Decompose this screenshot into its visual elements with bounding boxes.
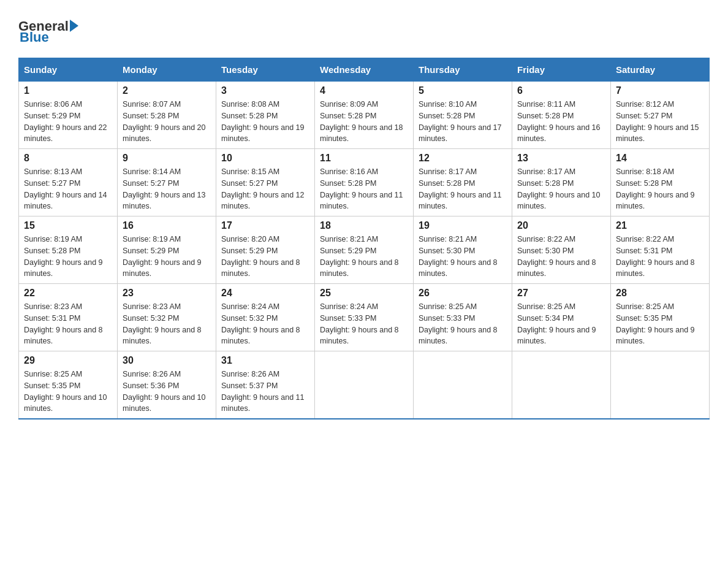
- day-info: Sunrise: 8:25 AM Sunset: 5:35 PM Dayligh…: [24, 369, 112, 415]
- day-number: 2: [123, 85, 211, 96]
- day-number: 30: [123, 355, 211, 366]
- calendar-cell: 31 Sunrise: 8:26 AM Sunset: 5:37 PM Dayl…: [216, 351, 315, 419]
- day-number: 8: [24, 153, 112, 164]
- day-number: 25: [320, 288, 408, 299]
- day-number: 20: [517, 220, 605, 231]
- calendar-header-row: SundayMondayTuesdayWednesdayThursdayFrid…: [19, 58, 710, 82]
- day-info: Sunrise: 8:12 AM Sunset: 5:27 PM Dayligh…: [616, 99, 704, 145]
- day-info: Sunrise: 8:21 AM Sunset: 5:30 PM Dayligh…: [419, 234, 507, 280]
- day-number: 23: [123, 288, 211, 299]
- day-info: Sunrise: 8:25 AM Sunset: 5:34 PM Dayligh…: [517, 301, 605, 347]
- day-info: Sunrise: 8:23 AM Sunset: 5:32 PM Dayligh…: [123, 301, 211, 347]
- calendar-cell: 22 Sunrise: 8:23 AM Sunset: 5:31 PM Dayl…: [19, 284, 118, 351]
- day-info: Sunrise: 8:17 AM Sunset: 5:28 PM Dayligh…: [517, 166, 605, 212]
- calendar-cell: 23 Sunrise: 8:23 AM Sunset: 5:32 PM Dayl…: [118, 284, 216, 351]
- day-info: Sunrise: 8:09 AM Sunset: 5:28 PM Dayligh…: [320, 99, 408, 145]
- day-number: 14: [616, 153, 704, 164]
- day-number: 4: [320, 85, 408, 96]
- day-info: Sunrise: 8:07 AM Sunset: 5:28 PM Dayligh…: [123, 99, 211, 145]
- calendar-cell: 17 Sunrise: 8:20 AM Sunset: 5:29 PM Dayl…: [216, 216, 315, 284]
- day-info: Sunrise: 8:22 AM Sunset: 5:30 PM Dayligh…: [517, 234, 605, 280]
- calendar-cell: 20 Sunrise: 8:22 AM Sunset: 5:30 PM Dayl…: [512, 216, 611, 284]
- column-header-thursday: Thursday: [414, 58, 512, 82]
- calendar-cell: 6 Sunrise: 8:11 AM Sunset: 5:28 PM Dayli…: [512, 82, 611, 149]
- calendar-cell: 5 Sunrise: 8:10 AM Sunset: 5:28 PM Dayli…: [414, 82, 512, 149]
- week-row-5: 29 Sunrise: 8:25 AM Sunset: 5:35 PM Dayl…: [19, 351, 710, 419]
- calendar-cell: 3 Sunrise: 8:08 AM Sunset: 5:28 PM Dayli…: [216, 82, 315, 149]
- calendar-cell: 7 Sunrise: 8:12 AM Sunset: 5:27 PM Dayli…: [611, 82, 710, 149]
- day-number: 16: [123, 220, 211, 231]
- day-number: 6: [517, 85, 605, 96]
- calendar-cell: 1 Sunrise: 8:06 AM Sunset: 5:29 PM Dayli…: [19, 82, 118, 149]
- calendar-cell: 4 Sunrise: 8:09 AM Sunset: 5:28 PM Dayli…: [315, 82, 414, 149]
- day-info: Sunrise: 8:19 AM Sunset: 5:29 PM Dayligh…: [123, 234, 211, 280]
- day-number: 29: [24, 355, 112, 366]
- calendar-cell: 21 Sunrise: 8:22 AM Sunset: 5:31 PM Dayl…: [611, 216, 710, 284]
- day-info: Sunrise: 8:23 AM Sunset: 5:31 PM Dayligh…: [24, 301, 112, 347]
- day-number: 11: [320, 153, 408, 164]
- calendar-cell: 25 Sunrise: 8:24 AM Sunset: 5:33 PM Dayl…: [315, 284, 414, 351]
- column-header-sunday: Sunday: [19, 58, 118, 82]
- week-row-4: 22 Sunrise: 8:23 AM Sunset: 5:31 PM Dayl…: [19, 284, 710, 351]
- calendar-cell: [315, 351, 414, 419]
- week-row-2: 8 Sunrise: 8:13 AM Sunset: 5:27 PM Dayli…: [19, 149, 710, 216]
- column-header-tuesday: Tuesday: [216, 58, 315, 82]
- day-number: 22: [24, 288, 112, 299]
- column-header-friday: Friday: [512, 58, 611, 82]
- day-number: 24: [221, 288, 309, 299]
- day-number: 27: [517, 288, 605, 299]
- day-number: 10: [221, 153, 309, 164]
- calendar-cell: 19 Sunrise: 8:21 AM Sunset: 5:30 PM Dayl…: [414, 216, 512, 284]
- calendar-cell: 27 Sunrise: 8:25 AM Sunset: 5:34 PM Dayl…: [512, 284, 611, 351]
- calendar-body: 1 Sunrise: 8:06 AM Sunset: 5:29 PM Dayli…: [19, 82, 710, 419]
- day-info: Sunrise: 8:19 AM Sunset: 5:28 PM Dayligh…: [24, 234, 112, 280]
- day-number: 15: [24, 220, 112, 231]
- calendar-cell: 30 Sunrise: 8:26 AM Sunset: 5:36 PM Dayl…: [118, 351, 216, 419]
- day-number: 19: [419, 220, 507, 231]
- calendar-cell: 15 Sunrise: 8:19 AM Sunset: 5:28 PM Dayl…: [19, 216, 118, 284]
- day-number: 21: [616, 220, 704, 231]
- day-number: 7: [616, 85, 704, 96]
- day-info: Sunrise: 8:14 AM Sunset: 5:27 PM Dayligh…: [123, 166, 211, 212]
- day-number: 17: [221, 220, 309, 231]
- calendar-cell: 8 Sunrise: 8:13 AM Sunset: 5:27 PM Dayli…: [19, 149, 118, 216]
- calendar-cell: 16 Sunrise: 8:19 AM Sunset: 5:29 PM Dayl…: [118, 216, 216, 284]
- calendar-cell: 18 Sunrise: 8:21 AM Sunset: 5:29 PM Dayl…: [315, 216, 414, 284]
- day-number: 28: [616, 288, 704, 299]
- day-number: 18: [320, 220, 408, 231]
- calendar-cell: 2 Sunrise: 8:07 AM Sunset: 5:28 PM Dayli…: [118, 82, 216, 149]
- day-info: Sunrise: 8:24 AM Sunset: 5:32 PM Dayligh…: [221, 301, 309, 347]
- day-number: 31: [221, 355, 309, 366]
- column-header-monday: Monday: [118, 58, 216, 82]
- day-info: Sunrise: 8:25 AM Sunset: 5:35 PM Dayligh…: [616, 301, 704, 347]
- calendar-cell: 9 Sunrise: 8:14 AM Sunset: 5:27 PM Dayli…: [118, 149, 216, 216]
- day-number: 1: [24, 85, 112, 96]
- day-number: 26: [419, 288, 507, 299]
- day-info: Sunrise: 8:10 AM Sunset: 5:28 PM Dayligh…: [419, 99, 507, 145]
- calendar-cell: 13 Sunrise: 8:17 AM Sunset: 5:28 PM Dayl…: [512, 149, 611, 216]
- day-info: Sunrise: 8:08 AM Sunset: 5:28 PM Dayligh…: [221, 99, 309, 145]
- calendar-cell: 24 Sunrise: 8:24 AM Sunset: 5:32 PM Dayl…: [216, 284, 315, 351]
- calendar-table: SundayMondayTuesdayWednesdayThursdayFrid…: [18, 58, 710, 419]
- page-header: General Blue: [18, 12, 710, 45]
- column-header-wednesday: Wednesday: [315, 58, 414, 82]
- day-info: Sunrise: 8:20 AM Sunset: 5:29 PM Dayligh…: [221, 234, 309, 280]
- day-info: Sunrise: 8:26 AM Sunset: 5:37 PM Dayligh…: [221, 369, 309, 415]
- day-number: 3: [221, 85, 309, 96]
- day-info: Sunrise: 8:24 AM Sunset: 5:33 PM Dayligh…: [320, 301, 408, 347]
- day-number: 12: [419, 153, 507, 164]
- calendar-cell: 29 Sunrise: 8:25 AM Sunset: 5:35 PM Dayl…: [19, 351, 118, 419]
- calendar-cell: [611, 351, 710, 419]
- calendar-cell: 12 Sunrise: 8:17 AM Sunset: 5:28 PM Dayl…: [414, 149, 512, 216]
- calendar-cell: 26 Sunrise: 8:25 AM Sunset: 5:33 PM Dayl…: [414, 284, 512, 351]
- day-info: Sunrise: 8:16 AM Sunset: 5:28 PM Dayligh…: [320, 166, 408, 212]
- day-info: Sunrise: 8:18 AM Sunset: 5:28 PM Dayligh…: [616, 166, 704, 212]
- calendar-cell: [414, 351, 512, 419]
- calendar-cell: 28 Sunrise: 8:25 AM Sunset: 5:35 PM Dayl…: [611, 284, 710, 351]
- logo: General Blue: [18, 18, 78, 45]
- calendar-cell: 10 Sunrise: 8:15 AM Sunset: 5:27 PM Dayl…: [216, 149, 315, 216]
- day-number: 13: [517, 153, 605, 164]
- day-info: Sunrise: 8:13 AM Sunset: 5:27 PM Dayligh…: [24, 166, 112, 212]
- week-row-3: 15 Sunrise: 8:19 AM Sunset: 5:28 PM Dayl…: [19, 216, 710, 284]
- calendar-cell: 14 Sunrise: 8:18 AM Sunset: 5:28 PM Dayl…: [611, 149, 710, 216]
